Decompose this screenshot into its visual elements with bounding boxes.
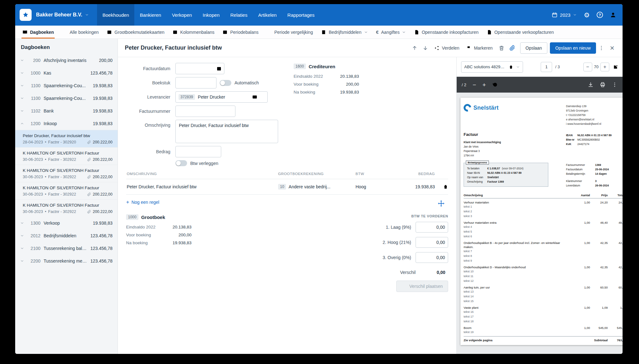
btw-hoog-input[interactable]: 0,00 (416, 237, 448, 248)
flag-icon (466, 46, 472, 51)
print-icon (600, 82, 606, 88)
btw-select[interactable]: Hoog (356, 184, 398, 189)
invoice-title: Factuur (464, 132, 566, 137)
rotate-icon (492, 82, 497, 87)
btw-laag-input[interactable]: 0,00 (416, 222, 448, 233)
tab-periode-vergelijking[interactable]: Periode vergelijking (263, 26, 317, 39)
dagboek-group-1100b[interactable]: 1100 Spaarrekening-Cou... 19.938,83 (15, 92, 118, 105)
opslaan-button[interactable]: Opslaan (520, 42, 547, 54)
booking-list-item[interactable]: K HAMILTON OF SILVERTONH Factuur 30-06-2… (15, 147, 118, 165)
factuurnummer-label: Factuurnummer (126, 109, 170, 114)
leverancier-field[interactable]: 372839 Peter Drucker (175, 91, 268, 103)
pdf-viewport[interactable]: Snelstärt Damsterdiep 139 9713eb Groning… (457, 93, 623, 354)
paperclip-icon (87, 210, 91, 214)
year-selector[interactable]: 2023 (552, 12, 577, 18)
year-value: 2023 (560, 12, 570, 18)
booking-list-item[interactable]: K HAMILTON OF SILVERTONH Factuur 30-06-2… (15, 199, 118, 217)
verdelen-button[interactable]: Verdelen (431, 42, 463, 54)
delete-booking-button[interactable] (496, 42, 507, 54)
calendar-icon[interactable] (216, 66, 222, 71)
dagboek-group-1300[interactable]: 1300 Verkoop 19.938,83 (15, 217, 118, 229)
nav-item-artikelen[interactable]: Artikelen (253, 4, 282, 26)
close-button[interactable]: × (607, 44, 618, 52)
invoice-logo: Snelstärt (464, 104, 566, 112)
tab-openstaande-verkoopfacturen[interactable]: Openstaande verkoopfacturen (483, 26, 558, 39)
attachment-page-input[interactable]: 1 (541, 62, 552, 72)
markeren-button[interactable]: Markeren (463, 42, 496, 54)
clear-icon[interactable] (260, 95, 265, 99)
tab-aangiftes[interactable]: € Aangiftes (372, 26, 410, 39)
dagboek-group-1102[interactable]: 1102 Bank 19.938,83 (15, 105, 118, 117)
plus-icon: + (126, 199, 129, 205)
chevron-down-icon (20, 259, 27, 263)
dagboek-group-2012[interactable]: 2012 Bedrijfsmiddelen 123.456,78 (15, 229, 118, 242)
dagboek-group-1200[interactable]: 1200 Inkoop 19.938,83 (15, 117, 118, 130)
zoom-in-button[interactable]: + (600, 63, 609, 71)
zoom-out-button[interactable]: − (583, 63, 592, 71)
app-logo[interactable] (20, 9, 32, 21)
tab-kolommenbalans[interactable]: Kolommenbalans (168, 26, 218, 39)
chevron-down-icon (20, 109, 27, 113)
attachments-button[interactable] (507, 42, 518, 54)
booking-line-row[interactable]: Peter Drucker, Factuur inclusief btw 10 … (126, 179, 448, 195)
pdf-download-button[interactable] (588, 82, 593, 88)
add-line-button[interactable]: + Nog een regel (126, 199, 159, 205)
booking-list-item[interactable]: K HAMILTON OF SILVERTONH Factuur 30-06-2… (15, 165, 118, 182)
tab-dagboeken[interactable]: Dagboeken (18, 26, 58, 39)
nav-item-bankieren[interactable]: Bankieren (134, 4, 167, 26)
chevron-down-icon (20, 246, 27, 250)
pdf-more-button[interactable] (612, 82, 618, 88)
booking-detail: Factuurdatum Boekstuk Automatisch (118, 57, 456, 354)
nav-item-boekhouden[interactable]: Boekhouden (97, 4, 134, 26)
btw-overig-input[interactable]: 0,00 (416, 252, 448, 263)
company-switcher[interactable]: Bakker Beheer B.V. (36, 12, 89, 18)
dagboek-group-2200[interactable]: 2200 Tussenrekening memor 123.456,78 (15, 255, 118, 267)
book-icon (22, 30, 27, 35)
tab-grootboekmutatiekaarten[interactable]: Grootboekmutatiekaarten (103, 26, 168, 39)
bedrag-input[interactable] (175, 146, 221, 157)
attachment-header: ABC solutions 4829110 1 / 3 − 70 + (457, 57, 623, 77)
chevron-down-icon (85, 13, 89, 17)
settings-icon[interactable]: ⚙ (584, 12, 590, 18)
attachment-select[interactable]: ABC solutions 4829110 (461, 61, 523, 73)
tab-alle-boekingen[interactable]: Alle boekingen (58, 26, 103, 39)
paperclip-icon (509, 45, 515, 51)
booking-list-item[interactable]: Peter Drucker, Factuur inclusief btw 28-… (15, 130, 118, 147)
dagboek-group-2100[interactable]: 2100 Tussenrekening balans 123.456,78 (15, 242, 118, 255)
delete-line-button[interactable] (435, 184, 448, 189)
user-icon[interactable] (610, 12, 616, 18)
trash-icon[interactable] (509, 65, 513, 69)
dagboek-group-1000[interactable]: 1000 Kas 123.456,78 (15, 67, 118, 79)
omschrijving-textarea[interactable]: Peter Drucker, Factuur inclusief btw (175, 120, 278, 143)
pdf-print-button[interactable] (600, 82, 606, 88)
verschil-plaatsen-button[interactable]: Verschil plaatsen (396, 281, 448, 292)
more-options-button[interactable] (596, 42, 607, 54)
tab-bedrijfsmiddelen[interactable]: Bedrijfsmiddelen (317, 26, 372, 39)
previous-booking-button[interactable] (409, 42, 420, 54)
nav-item-verkopen[interactable]: Verkopen (167, 4, 197, 26)
dagboek-group-200[interactable]: 200 Afschrijving inventaris 200,00 (15, 54, 118, 67)
dagboek-group-1100a[interactable]: 1100 Spaarrekening-Cou... 19.938,83 (15, 79, 118, 92)
pdf-rotate-button[interactable] (492, 82, 497, 87)
factuurnummer-input[interactable] (175, 106, 235, 117)
invoice-item: Onderhoudspakket D - Maandelijks onderho… (464, 263, 623, 283)
pdf-zoom-in-button[interactable]: + (483, 82, 486, 88)
tab-openstaande-inkoopfacturen[interactable]: Openstaande inkoopfacturen (410, 26, 483, 39)
opslaan-en-nieuw-button[interactable]: Opslaan en nieuw (550, 42, 596, 54)
booking-list-item[interactable]: K HAMILTON OF SILVERTONH Factuur 30-06-2… (15, 182, 118, 199)
next-booking-button[interactable] (420, 42, 431, 54)
nav-item-inkopen[interactable]: Inkopen (197, 4, 225, 26)
nav-item-rapportages[interactable]: Rapportages (282, 4, 320, 26)
btw-verleggen-toggle[interactable] (175, 160, 187, 166)
columns-icon (173, 30, 178, 35)
contact-card-icon[interactable] (252, 94, 257, 100)
automatisch-toggle[interactable] (220, 80, 231, 86)
help-icon[interactable]: ? (597, 12, 603, 18)
open-external-button[interactable] (613, 64, 618, 70)
leverancier-code-badge: 372839 (179, 94, 195, 100)
pdf-zoom-out-button[interactable]: − (472, 82, 476, 88)
nav-item-relaties[interactable]: Relaties (225, 4, 253, 26)
boekstuk-input[interactable] (175, 77, 216, 88)
grootboek-code-badge: 1000 (126, 214, 138, 220)
tab-periodebalans[interactable]: Periodebalans (218, 26, 263, 39)
